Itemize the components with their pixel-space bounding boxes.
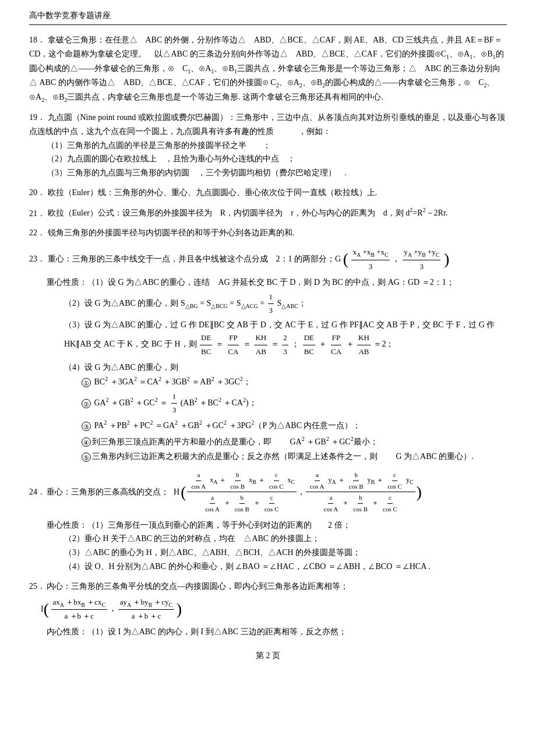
- section-25-header: 25． 内心：三角形的三条角平分线的交点—内接圆圆心，即内心到三角形各边距离相等…: [29, 580, 507, 594]
- section-21-label: 21．: [29, 209, 45, 217]
- section-18-label: 18．: [29, 36, 45, 44]
- header-title: 高中数学竞赛专题讲座: [29, 11, 111, 20]
- page-container: 高中数学竞赛专题讲座 18． 拿破仑三角形：在任意△ ABC 的外侧，分别作等边…: [0, 0, 536, 756]
- section-22: 22． 锐角三角形的外接圆半径与内切圆半径的和等于外心到各边距离的和.: [29, 226, 507, 240]
- section-24-header: 24． 垂心：三角形的三条高线的交点； H ( a cos A xA ＋: [29, 469, 507, 515]
- section-22-label: 22．: [29, 228, 45, 237]
- section-24: 24． 垂心：三角形的三条高线的交点； H ( a cos A xA ＋: [29, 469, 507, 574]
- section-21-content: 欧拉（Euler）公式：设三角形的外接圆半径为 R，内切圆半径为 r，外心与内心…: [48, 209, 448, 217]
- section-20-content: 欧拉（Euler）线：三角形的外心、重心、九点圆圆心、垂心依次位于同一直线（欧拉…: [48, 188, 378, 197]
- section-23-header: 23． 重心：三角形的三条中线交于一点，并且各中线被这个点分成 2：1 的两部分…: [29, 246, 507, 273]
- section-25: 25． 内心：三角形的三条角平分线的交点—内接圆圆心，即内心到三角形各边距离相等…: [29, 580, 507, 639]
- page-header: 高中数学竞赛专题讲座: [29, 10, 507, 25]
- section-24-properties: 垂心性质：（1）三角形任一顶点到垂心的距离，等于外心到对边的距离的 2 倍； （…: [47, 518, 507, 574]
- section-18-content: 拿破仑三角形：在任意△ ABC 的外侧，分别作等边△ ABD、△BCE、△CAF…: [29, 36, 504, 101]
- section-19-label: 19．: [29, 113, 45, 122]
- section-19-sub: （1）三角形的九点圆的半径是三角形的外接圆半径之半 ； （2）九点圆的圆心在欧拉…: [47, 139, 507, 180]
- section-20-label: 20．: [29, 188, 45, 197]
- section-22-content: 锐角三角形的外接圆半径与内切圆半径的和等于外心到各边距离的和.: [48, 228, 295, 237]
- section-23-property: 重心性质：（1）设 G 为△ABC 的重心，连结 AG 并延长交 BC 于 D，…: [47, 275, 507, 464]
- section-20: 20． 欧拉（Euler）线：三角形的外心、重心、九点圆圆心、垂心依次位于同一直…: [29, 186, 507, 200]
- section-19: 19． 九点圆（Nine point round 或欧拉圆或费尔巴赫圆）：三角形…: [29, 111, 507, 180]
- section-21: 21． 欧拉（Euler）公式：设三角形的外接圆半径为 R，内切圆半径为 r，外…: [29, 206, 507, 220]
- section-23: 23． 重心：三角形的三条中线交于一点，并且各中线被这个点分成 2：1 的两部分…: [29, 246, 507, 464]
- page-number: 第 2 页: [29, 651, 507, 661]
- section-25-formula: I( axA ＋bxB ＋cxC a ＋b ＋c , ayA ＋byB ＋cyC…: [41, 596, 507, 623]
- section-25-properties: 内心性质：（1）设 I 为△ABC 的内心，则 I 到△ABC 三边的距离相等，…: [47, 625, 507, 639]
- section-18: 18． 拿破仑三角形：在任意△ ABC 的外侧，分别作等边△ ABD、△BCE、…: [29, 33, 507, 105]
- section-19-content: 九点圆（Nine point round 或欧拉圆或费尔巴赫圆）：三角形中，三边…: [29, 113, 505, 136]
